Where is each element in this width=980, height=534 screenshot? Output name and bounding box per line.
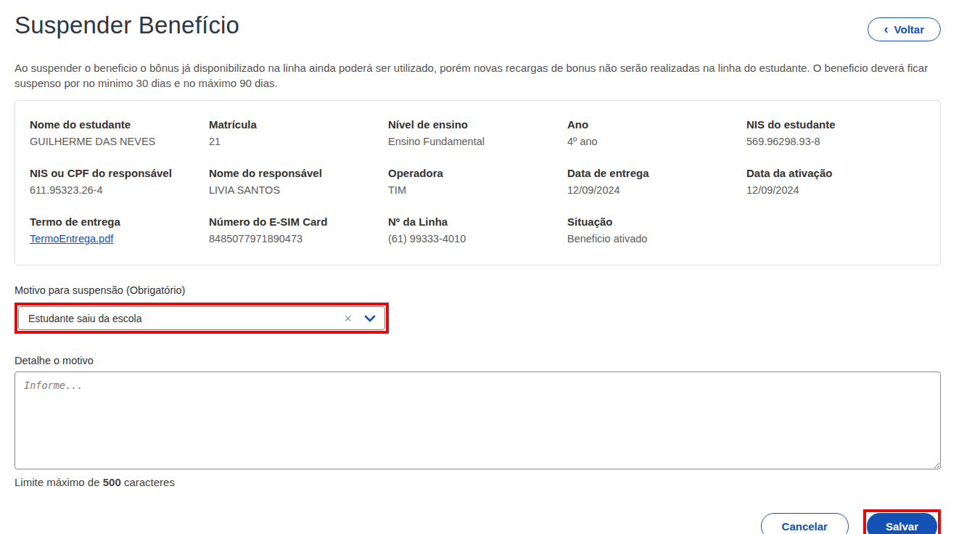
field-label: NIS ou CPF do responsável [30, 167, 209, 179]
field-label: Situação [567, 215, 746, 228]
field-label: Nome do responsável [209, 167, 388, 179]
field-nis-cpf-responsavel: NIS ou CPF do responsável 611.95323.26-4 [30, 167, 209, 196]
field-value: LIVIA SANTOS [209, 184, 388, 196]
student-info-card: Nome do estudante GUILHERME DAS NEVES Ma… [15, 100, 941, 266]
field-value: 611.95323.26-4 [30, 184, 209, 196]
chevron-down-icon[interactable] [364, 315, 376, 322]
field-value: Ensino Fundamental [388, 136, 567, 147]
save-button[interactable]: Salvar [867, 513, 937, 534]
field-label: Matrícula [209, 118, 388, 131]
reason-select-annotation-box: Estudante saiu da escola × [15, 303, 389, 334]
field-value: 8485077971890473 [209, 233, 388, 245]
clear-selection-icon[interactable]: × [344, 312, 352, 325]
field-nome-do-estudante: Nome do estudante GUILHERME DAS NEVES [30, 118, 209, 147]
field-label: Data da ativação [746, 167, 926, 179]
field-value: 12/09/2024 [746, 184, 926, 196]
student-info-grid: Nome do estudante GUILHERME DAS NEVES Ma… [30, 118, 926, 245]
field-numero-da-linha: Nº da Linha (61) 99333-4010 [388, 215, 567, 245]
page-title: Suspender Benefício [15, 12, 239, 39]
field-value: 21 [209, 136, 388, 147]
field-label: Nº da Linha [388, 215, 567, 228]
field-numero-esim-card: Número do E-SIM Card 8485077971890473 [209, 215, 388, 245]
char-limit-prefix: Limite máximo de [15, 476, 103, 488]
back-button[interactable]: ‹ Voltar [868, 17, 941, 41]
reason-select[interactable]: Estudante saiu da escola × [18, 306, 385, 330]
field-situacao: Situação Beneficio ativado [567, 215, 746, 245]
back-button-label: Voltar [894, 23, 924, 36]
chevron-left-icon: ‹ [884, 22, 889, 36]
field-value: TIM [388, 184, 567, 196]
field-data-de-entrega: Data de entrega 12/09/2024 [567, 167, 746, 196]
field-label: Ano [567, 118, 746, 131]
field-label: Termo de entrega [30, 215, 209, 228]
page-container: Suspender Benefício ‹ Voltar Ao suspende… [15, 0, 941, 534]
page-description: Ao suspender o beneficio o bônus já disp… [15, 61, 941, 91]
field-label: Nome do estudante [30, 118, 209, 131]
field-matricula: Matrícula 21 [209, 118, 388, 147]
field-value: Beneficio ativado [567, 233, 746, 245]
field-data-da-ativacao: Data da ativação 12/09/2024 [746, 167, 926, 196]
field-operadora: Operadora TIM [388, 167, 567, 196]
field-label: NIS do estudante [746, 118, 926, 131]
field-value: 4º ano [567, 136, 746, 147]
field-nivel-de-ensino: Nível de ensino Ensino Fundamental [388, 118, 567, 147]
field-value: GUILHERME DAS NEVES [30, 136, 209, 147]
detail-label: Detalhe o motivo [15, 355, 941, 366]
field-value: (61) 99333-4010 [388, 233, 567, 245]
reason-selected-value: Estudante saiu da escola [28, 313, 344, 324]
field-value: 569.96298.93-8 [746, 136, 926, 147]
field-ano: Ano 4º ano [567, 118, 746, 147]
field-empty [746, 215, 926, 245]
save-button-annotation-box: Salvar [863, 509, 941, 534]
field-value: 12/09/2024 [567, 184, 746, 196]
field-termo-de-entrega: Termo de entrega TermoEntrega.pdf [30, 215, 209, 245]
detail-textarea[interactable] [15, 371, 941, 469]
termo-entrega-link[interactable]: TermoEntrega.pdf [30, 233, 113, 245]
cancel-button[interactable]: Cancelar [761, 513, 849, 534]
field-label: Data de entrega [567, 167, 746, 179]
field-nome-do-responsavel: Nome do responsável LIVIA SANTOS [209, 167, 388, 196]
char-limit-suffix: caracteres [121, 476, 175, 488]
field-label: Operadora [388, 167, 567, 179]
page-header: Suspender Benefício ‹ Voltar [15, 0, 941, 41]
footer-actions: Cancelar Salvar [15, 509, 941, 534]
char-limit-value: 500 [103, 476, 121, 488]
char-limit-text: Limite máximo de 500 caracteres [15, 476, 941, 488]
field-label: Nível de ensino [388, 118, 567, 131]
reason-label: Motivo para suspensão (Obrigatório) [15, 284, 941, 296]
field-label: Número do E-SIM Card [209, 215, 388, 228]
field-nis-do-estudante: NIS do estudante 569.96298.93-8 [746, 118, 926, 147]
